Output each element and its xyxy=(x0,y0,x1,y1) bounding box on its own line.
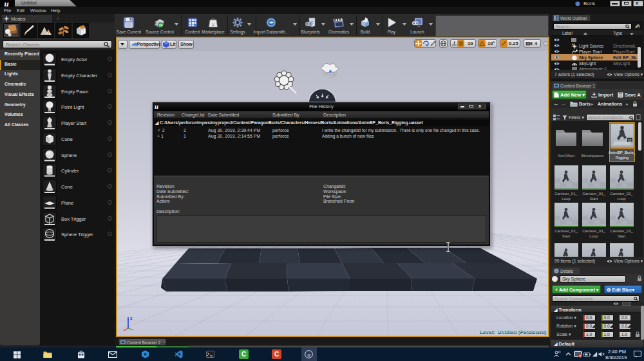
svg-text:i: i xyxy=(556,269,556,273)
svg-text:11: 11 xyxy=(628,138,632,142)
svg-text:z: z xyxy=(130,316,133,320)
svg-text:u: u xyxy=(307,351,310,358)
